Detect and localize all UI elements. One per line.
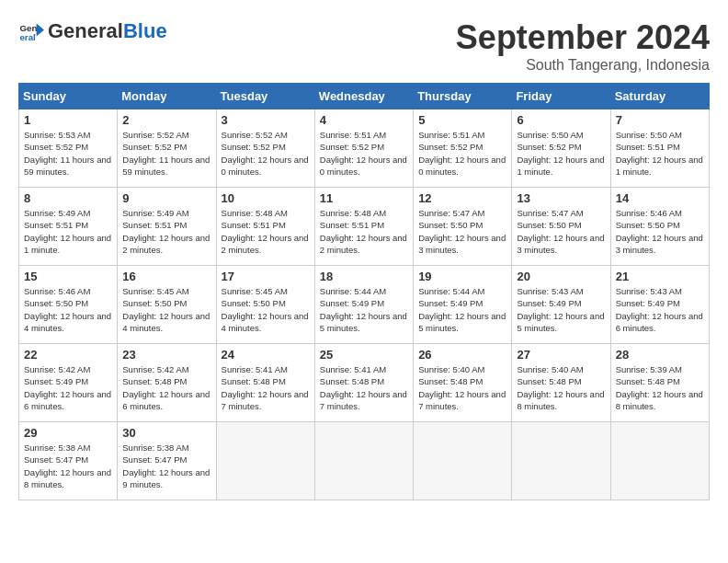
day-number: 12 <box>418 191 506 205</box>
calendar-cell: 23Sunrise: 5:42 AMSunset: 5:48 PMDayligh… <box>118 344 216 422</box>
day-info: Sunrise: 5:44 AMSunset: 5:49 PMDaylight:… <box>320 285 408 334</box>
calendar-cell <box>314 422 413 500</box>
calendar-cell: 22Sunrise: 5:42 AMSunset: 5:49 PMDayligh… <box>19 344 118 422</box>
day-number: 7 <box>616 113 704 127</box>
day-number: 29 <box>24 426 112 440</box>
location-text: South Tangerang, Indonesia <box>456 57 710 74</box>
col-sunday: Sunday <box>19 84 118 109</box>
calendar-cell: 29Sunrise: 5:38 AMSunset: 5:47 PMDayligh… <box>19 422 118 500</box>
calendar-cell: 24Sunrise: 5:41 AMSunset: 5:48 PMDayligh… <box>216 344 314 422</box>
logo-general: General <box>48 19 123 42</box>
day-info: Sunrise: 5:53 AMSunset: 5:52 PMDaylight:… <box>24 129 112 178</box>
day-number: 24 <box>222 348 310 362</box>
calendar-cell <box>216 422 314 500</box>
calendar-cell <box>512 422 610 500</box>
day-number: 8 <box>24 191 112 205</box>
day-number: 30 <box>122 426 210 440</box>
calendar-cell: 3Sunrise: 5:52 AMSunset: 5:52 PMDaylight… <box>216 109 314 188</box>
day-info: Sunrise: 5:43 AMSunset: 5:49 PMDaylight:… <box>517 285 605 334</box>
logo-icon: Gen eral <box>18 18 44 44</box>
calendar-cell: 5Sunrise: 5:51 AMSunset: 5:52 PMDaylight… <box>414 109 512 188</box>
col-monday: Monday <box>118 84 216 109</box>
logo-text: GeneralBlue <box>48 20 167 42</box>
day-number: 23 <box>122 348 210 362</box>
day-number: 27 <box>517 348 605 362</box>
calendar-week-3: 15Sunrise: 5:46 AMSunset: 5:50 PMDayligh… <box>19 266 710 344</box>
day-info: Sunrise: 5:51 AMSunset: 5:52 PMDaylight:… <box>320 129 408 178</box>
calendar-cell: 2Sunrise: 5:52 AMSunset: 5:52 PMDaylight… <box>118 109 216 188</box>
svg-text:eral: eral <box>19 32 36 42</box>
day-info: Sunrise: 5:47 AMSunset: 5:50 PMDaylight:… <box>418 207 506 256</box>
calendar-cell: 19Sunrise: 5:44 AMSunset: 5:49 PMDayligh… <box>414 266 512 344</box>
day-info: Sunrise: 5:39 AMSunset: 5:48 PMDaylight:… <box>616 363 704 412</box>
day-info: Sunrise: 5:38 AMSunset: 5:47 PMDaylight:… <box>24 442 112 490</box>
day-info: Sunrise: 5:48 AMSunset: 5:51 PMDaylight:… <box>222 207 310 256</box>
day-number: 10 <box>222 191 310 205</box>
svg-marker-2 <box>37 24 44 37</box>
col-thursday: Thursday <box>414 84 512 109</box>
day-number: 20 <box>517 270 605 283</box>
calendar-cell: 18Sunrise: 5:44 AMSunset: 5:49 PMDayligh… <box>314 266 413 344</box>
day-info: Sunrise: 5:44 AMSunset: 5:49 PMDaylight:… <box>418 285 506 334</box>
day-number: 15 <box>24 270 112 283</box>
day-info: Sunrise: 5:40 AMSunset: 5:48 PMDaylight:… <box>517 363 605 412</box>
day-number: 16 <box>122 270 210 283</box>
day-info: Sunrise: 5:52 AMSunset: 5:52 PMDaylight:… <box>222 129 310 178</box>
calendar-cell: 25Sunrise: 5:41 AMSunset: 5:48 PMDayligh… <box>314 344 413 422</box>
col-wednesday: Wednesday <box>314 84 413 109</box>
day-info: Sunrise: 5:48 AMSunset: 5:51 PMDaylight:… <box>320 207 408 256</box>
calendar-cell: 6Sunrise: 5:50 AMSunset: 5:52 PMDaylight… <box>512 109 610 188</box>
calendar-cell: 26Sunrise: 5:40 AMSunset: 5:48 PMDayligh… <box>414 344 512 422</box>
day-number: 2 <box>122 113 210 127</box>
day-number: 22 <box>24 348 112 362</box>
calendar-cell: 15Sunrise: 5:46 AMSunset: 5:50 PMDayligh… <box>19 266 118 344</box>
logo: Gen eral GeneralBlue <box>18 18 167 44</box>
calendar-cell: 7Sunrise: 5:50 AMSunset: 5:51 PMDaylight… <box>610 109 709 188</box>
day-number: 1 <box>24 113 112 127</box>
calendar-cell: 20Sunrise: 5:43 AMSunset: 5:49 PMDayligh… <box>512 266 610 344</box>
calendar-cell <box>610 422 709 500</box>
day-number: 9 <box>122 191 210 205</box>
day-number: 28 <box>616 348 704 362</box>
day-info: Sunrise: 5:50 AMSunset: 5:52 PMDaylight:… <box>517 129 605 178</box>
day-info: Sunrise: 5:43 AMSunset: 5:49 PMDaylight:… <box>616 285 704 334</box>
day-info: Sunrise: 5:40 AMSunset: 5:48 PMDaylight:… <box>418 363 506 412</box>
day-number: 25 <box>320 348 408 362</box>
logo-blue-text: Blue <box>123 19 167 42</box>
day-number: 19 <box>418 270 506 283</box>
day-info: Sunrise: 5:45 AMSunset: 5:50 PMDaylight:… <box>222 285 310 334</box>
day-number: 21 <box>616 270 704 283</box>
header-row: Sunday Monday Tuesday Wednesday Thursday… <box>19 84 710 109</box>
calendar-table: Sunday Monday Tuesday Wednesday Thursday… <box>18 83 710 500</box>
col-friday: Friday <box>512 84 610 109</box>
calendar-cell: 14Sunrise: 5:46 AMSunset: 5:50 PMDayligh… <box>610 188 709 266</box>
calendar-cell: 8Sunrise: 5:49 AMSunset: 5:51 PMDaylight… <box>19 188 118 266</box>
calendar-cell: 4Sunrise: 5:51 AMSunset: 5:52 PMDaylight… <box>314 109 413 188</box>
month-title: September 2024 <box>456 18 710 57</box>
day-number: 5 <box>418 113 506 127</box>
day-info: Sunrise: 5:49 AMSunset: 5:51 PMDaylight:… <box>24 207 112 256</box>
calendar-week-4: 22Sunrise: 5:42 AMSunset: 5:49 PMDayligh… <box>19 344 710 422</box>
day-info: Sunrise: 5:46 AMSunset: 5:50 PMDaylight:… <box>24 285 112 334</box>
page-header: Gen eral GeneralBlue September 2024 Sout… <box>18 18 710 74</box>
calendar-cell <box>414 422 512 500</box>
calendar-cell: 28Sunrise: 5:39 AMSunset: 5:48 PMDayligh… <box>610 344 709 422</box>
day-info: Sunrise: 5:51 AMSunset: 5:52 PMDaylight:… <box>418 129 506 178</box>
day-info: Sunrise: 5:41 AMSunset: 5:48 PMDaylight:… <box>222 363 310 412</box>
day-info: Sunrise: 5:41 AMSunset: 5:48 PMDaylight:… <box>320 363 408 412</box>
day-info: Sunrise: 5:45 AMSunset: 5:50 PMDaylight:… <box>122 285 210 334</box>
calendar-cell: 9Sunrise: 5:49 AMSunset: 5:51 PMDaylight… <box>118 188 216 266</box>
calendar-cell: 21Sunrise: 5:43 AMSunset: 5:49 PMDayligh… <box>610 266 709 344</box>
calendar-cell: 1Sunrise: 5:53 AMSunset: 5:52 PMDaylight… <box>19 109 118 188</box>
col-tuesday: Tuesday <box>216 84 314 109</box>
day-number: 18 <box>320 270 408 283</box>
calendar-week-1: 1Sunrise: 5:53 AMSunset: 5:52 PMDaylight… <box>19 109 710 188</box>
day-info: Sunrise: 5:38 AMSunset: 5:47 PMDaylight:… <box>122 442 210 490</box>
day-info: Sunrise: 5:52 AMSunset: 5:52 PMDaylight:… <box>122 129 210 178</box>
day-number: 4 <box>320 113 408 127</box>
day-number: 13 <box>517 191 605 205</box>
day-info: Sunrise: 5:47 AMSunset: 5:50 PMDaylight:… <box>517 207 605 256</box>
calendar-cell: 13Sunrise: 5:47 AMSunset: 5:50 PMDayligh… <box>512 188 610 266</box>
day-info: Sunrise: 5:50 AMSunset: 5:51 PMDaylight:… <box>616 129 704 178</box>
calendar-cell: 17Sunrise: 5:45 AMSunset: 5:50 PMDayligh… <box>216 266 314 344</box>
